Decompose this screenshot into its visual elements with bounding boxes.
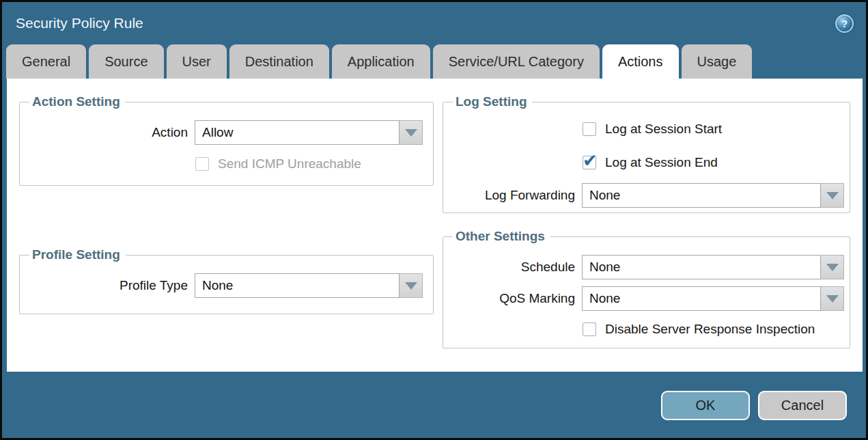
qos-marking-label: QoS Marking: [449, 291, 575, 306]
dialog-footer: OK Cancel: [661, 391, 847, 420]
qos-marking-dropdown-value: None: [582, 286, 821, 311]
schedule-dropdown[interactable]: None: [582, 255, 844, 279]
schedule-dropdown-button[interactable]: [821, 255, 844, 279]
dialog-title: Security Policy Rule: [16, 15, 143, 31]
qos-marking-dropdown[interactable]: None: [582, 286, 844, 311]
help-icon[interactable]: ?: [835, 14, 854, 33]
chevron-down-icon: [405, 129, 417, 137]
titlebar: Security Policy Rule ?: [2, 2, 866, 44]
log-setting-group: Log Setting Log at Session Start Log at …: [443, 94, 850, 213]
profile-type-label: Profile Type: [25, 278, 188, 293]
checkbox-box[interactable]: [195, 157, 209, 171]
log-at-session-start-checkbox[interactable]: Log at Session Start: [583, 122, 844, 137]
checkbox-box[interactable]: [583, 122, 596, 136]
tab-general[interactable]: General: [6, 44, 86, 79]
tab-source[interactable]: Source: [89, 44, 163, 79]
schedule-label: Schedule: [449, 260, 575, 275]
tab-application[interactable]: Application: [332, 44, 430, 79]
security-policy-rule-dialog: Security Policy Rule ? General Source Us…: [0, 0, 868, 440]
tab-usage[interactable]: Usage: [682, 44, 753, 79]
log-at-session-end-label: Log at Session End: [605, 155, 718, 170]
action-dropdown-value: Allow: [195, 120, 400, 145]
profile-type-dropdown[interactable]: None: [195, 273, 423, 298]
actions-tab-panel: Action Setting Action Allow Send ICMP Un…: [7, 79, 863, 372]
tab-destination[interactable]: Destination: [229, 44, 329, 79]
chevron-down-icon: [826, 295, 839, 303]
disable-server-response-inspection-checkbox[interactable]: Disable Server Response Inspection: [583, 322, 844, 337]
profile-setting-group: Profile Setting Profile Type None: [19, 247, 434, 314]
tab-actions[interactable]: Actions: [602, 44, 679, 79]
other-settings-legend: Other Settings: [453, 229, 550, 244]
log-at-session-end-checkbox[interactable]: Log at Session End: [583, 155, 844, 170]
checkbox-box[interactable]: [583, 322, 596, 336]
log-forwarding-dropdown-button[interactable]: [821, 183, 844, 208]
action-setting-legend: Action Setting: [29, 94, 126, 109]
checkbox-box[interactable]: [583, 156, 596, 169]
tab-user[interactable]: User: [167, 44, 227, 79]
profile-setting-legend: Profile Setting: [29, 247, 126, 262]
send-icmp-unreachable-checkbox[interactable]: Send ICMP Unreachable: [195, 156, 428, 171]
chevron-down-icon: [405, 282, 417, 290]
action-dropdown-button[interactable]: [400, 120, 423, 145]
profile-type-dropdown-button[interactable]: [400, 273, 423, 298]
send-icmp-unreachable-label: Send ICMP Unreachable: [218, 156, 361, 171]
chevron-down-icon: [826, 192, 839, 200]
log-at-session-start-label: Log at Session Start: [605, 122, 722, 137]
chevron-down-icon: [826, 264, 839, 271]
tab-service-url-category[interactable]: Service/URL Category: [433, 44, 600, 79]
action-setting-group: Action Setting Action Allow Send ICMP Un…: [19, 94, 434, 186]
disable-server-response-inspection-label: Disable Server Response Inspection: [605, 322, 815, 337]
log-forwarding-dropdown-value: None: [582, 183, 821, 208]
profile-type-dropdown-value: None: [195, 273, 400, 298]
qos-marking-dropdown-button[interactable]: [821, 286, 844, 311]
log-forwarding-label: Log Forwarding: [449, 188, 575, 203]
ok-button[interactable]: OK: [661, 391, 750, 420]
log-setting-legend: Log Setting: [453, 94, 532, 109]
tab-bar: General Source User Destination Applicat…: [2, 44, 866, 79]
action-dropdown[interactable]: Allow: [195, 120, 423, 145]
log-forwarding-dropdown[interactable]: None: [582, 183, 844, 208]
other-settings-group: Other Settings Schedule None QoS Marking…: [443, 229, 850, 348]
cancel-button[interactable]: Cancel: [758, 391, 847, 420]
action-label: Action: [25, 125, 188, 140]
schedule-dropdown-value: None: [582, 255, 821, 279]
